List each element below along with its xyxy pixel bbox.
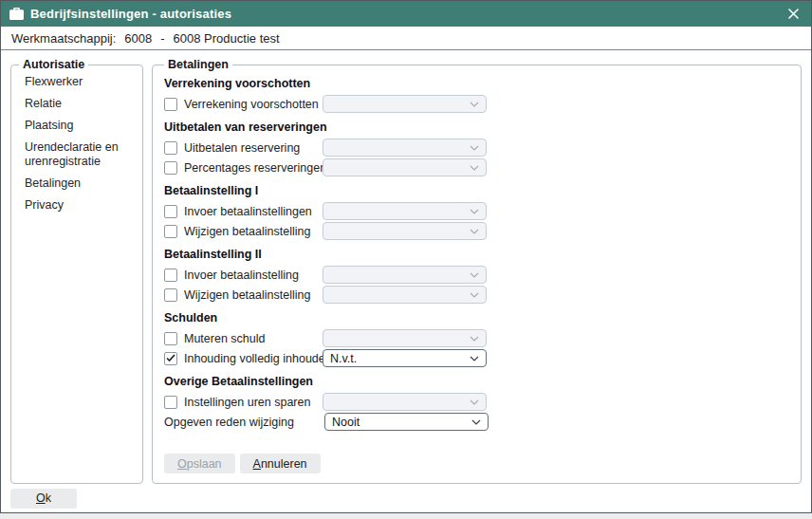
checkbox-label: Instellingen uren sparen xyxy=(184,396,323,409)
checkbox-label: Inhouding volledig inhouden xyxy=(184,352,323,365)
form-row: Uitbetalen reservering xyxy=(164,139,789,157)
section-header-betaalinstelling-1: Betaalinstelling I xyxy=(164,184,789,198)
checkbox-wijzigen-betaalinstelling-2[interactable] xyxy=(164,288,177,302)
sidebar-item-urendeclaratie[interactable]: Urendeclaratie en urenregistratie xyxy=(19,137,135,173)
section-header-overige-betaalinstellingen: Overige Betaalinstellingen xyxy=(164,375,789,389)
checkbox-uitbetalen-reservering[interactable] xyxy=(164,141,177,155)
section-header-uitbetalen-reserveringen: Uitbetalen van reserveringen xyxy=(164,120,789,135)
chevron-down-icon xyxy=(470,165,479,171)
betalingen-legend: Betalingen xyxy=(164,58,232,71)
titlebar: Bedrijfsinstellingen - autorisaties xyxy=(1,1,811,27)
checkbox-invoer-betaalinstelling-2[interactable] xyxy=(164,269,177,282)
cancel-button[interactable]: Annuleren xyxy=(240,454,321,473)
ok-button[interactable]: Ok xyxy=(10,489,77,509)
briefcase-icon xyxy=(9,8,24,20)
section-header-verrekening-voorschotten: Verrekening voorschotten xyxy=(164,77,789,91)
action-buttons: Opslaan Annuleren xyxy=(164,454,789,475)
chevron-down-icon xyxy=(471,419,481,425)
checkbox-label: Invoer betaalinstelling xyxy=(184,269,323,282)
checkbox-label: Invoer betaalinstellingen xyxy=(184,205,323,218)
chevron-down-icon xyxy=(470,272,479,278)
form-row: Percentages reserveringen xyxy=(164,158,789,176)
checkbox-percentages-reserveringen[interactable] xyxy=(164,161,177,175)
company-separator: - xyxy=(160,31,164,46)
checkbox-inhouding-volledig-inhouden[interactable] xyxy=(164,352,177,365)
select-verrekening-voorschotten xyxy=(323,95,487,113)
save-button: Opslaan xyxy=(164,454,235,473)
chevron-down-icon xyxy=(470,229,479,234)
dialog-window: Bedrijfsinstellingen - autorisaties Werk… xyxy=(0,0,812,513)
form-row: Wijzigen betaalinstelling xyxy=(164,286,789,304)
checkbox-label: Muteren schuld xyxy=(184,332,323,345)
window-title: Bedrijfsinstellingen - autorisaties xyxy=(30,7,231,21)
sidebar-item-plaatsing[interactable]: Plaatsing xyxy=(19,115,135,137)
sidebar-item-relatie[interactable]: Relatie xyxy=(19,93,135,115)
chevron-down-icon xyxy=(470,399,479,405)
sidebar-item-flexwerker[interactable]: Flexwerker xyxy=(19,71,135,93)
company-label: Werkmaatschappij: xyxy=(11,31,116,46)
select-uitbetalen-reservering xyxy=(323,139,487,157)
close-icon[interactable] xyxy=(784,5,803,24)
select-wijzigen-betaalinstelling-2 xyxy=(323,286,487,304)
company-name: 6008 Productie test xyxy=(174,31,280,46)
form-row: Instellingen uren sparen xyxy=(164,393,789,411)
select-value: N.v.t. xyxy=(330,352,357,365)
select-muteren-schuld xyxy=(323,329,487,347)
form-row: Wijzigen betaalinstelling xyxy=(164,222,789,240)
checkbox-verrekening-voorschotten[interactable] xyxy=(164,98,177,111)
form-row: Invoer betaalinstelling xyxy=(164,266,789,284)
checkbox-label: Wijzigen betaalinstelling xyxy=(184,288,323,302)
chevron-down-icon xyxy=(470,209,479,214)
checkbox-wijzigen-betaalinstelling-1[interactable] xyxy=(164,225,177,238)
checkbox-muteren-schuld[interactable] xyxy=(164,332,177,345)
company-bar: Werkmaatschappij: 6008 - 6008 Productie … xyxy=(1,27,811,50)
checkbox-label: Verrekening voorschotten xyxy=(184,98,323,111)
sidebar-item-betalingen[interactable]: Betalingen xyxy=(19,173,135,195)
checkbox-label: Percentages reserveringen xyxy=(184,161,323,175)
select-inhouding-volledig-inhouden[interactable]: N.v.t. xyxy=(323,349,487,367)
select-invoer-betaalinstelling-2 xyxy=(323,266,487,284)
field-label: Opgeven reden wijziging xyxy=(164,416,324,429)
select-percentages-reserveringen xyxy=(323,158,487,176)
form-row: Opgeven reden wijziging Nooit xyxy=(164,413,789,431)
form-row: Verrekening voorschotten xyxy=(164,95,789,113)
content-area: Autorisatie Flexwerker Relatie Plaatsing… xyxy=(1,50,811,484)
form-row: Invoer betaalinstellingen xyxy=(164,202,789,220)
betalingen-group: Betalingen Verrekening voorschotten Verr… xyxy=(152,58,802,484)
autorisatie-group: Autorisatie Flexwerker Relatie Plaatsing… xyxy=(10,58,143,484)
section-header-betaalinstelling-2: Betaalinstelling II xyxy=(164,248,789,262)
select-value: Nooit xyxy=(332,416,360,429)
select-invoer-betaalinstellingen xyxy=(323,202,487,220)
select-instellingen-uren-sparen xyxy=(323,393,487,411)
autorisatie-legend: Autorisatie xyxy=(19,58,88,71)
select-wijzigen-betaalinstelling-1 xyxy=(323,222,487,240)
checkbox-instellingen-uren-sparen[interactable] xyxy=(164,396,177,409)
chevron-down-icon xyxy=(470,145,479,151)
select-opgeven-reden-wijziging[interactable]: Nooit xyxy=(324,413,489,431)
form-row: Inhouding volledig inhouden N.v.t. xyxy=(164,349,789,367)
chevron-down-icon xyxy=(470,102,479,107)
company-code: 6008 xyxy=(124,31,152,46)
checkbox-invoer-betaalinstellingen[interactable] xyxy=(164,205,177,218)
chevron-down-icon xyxy=(470,356,479,361)
chevron-down-icon xyxy=(470,292,479,298)
chevron-down-icon xyxy=(470,336,479,342)
form-row: Muteren schuld xyxy=(164,329,789,347)
section-header-schulden: Schulden xyxy=(164,311,789,325)
checkbox-label: Uitbetalen reservering xyxy=(184,141,323,155)
dialog-footer: Ok xyxy=(1,484,811,512)
sidebar-item-privacy[interactable]: Privacy xyxy=(19,195,135,216)
checkbox-label: Wijzigen betaalinstelling xyxy=(184,225,323,238)
